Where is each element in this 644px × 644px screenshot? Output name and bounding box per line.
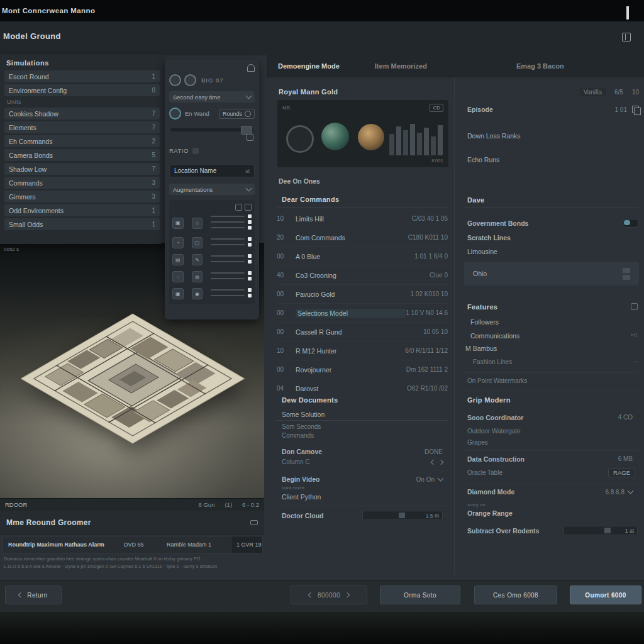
feature-row[interactable]: Communications m1 [470, 332, 638, 340]
rodent-slider[interactable]: 1 at [564, 526, 638, 535]
expand-icon[interactable] [631, 303, 638, 310]
command-row[interactable]: 20 Com Commands C180 K011 10 [277, 228, 448, 247]
location-input[interactable]: Location Name st [169, 164, 255, 177]
augmentation-item[interactable]: ▤✎ [172, 254, 252, 265]
chevron-left-icon[interactable] [308, 592, 313, 597]
doc-row[interactable]: Column C [277, 457, 448, 470]
rounds-button[interactable]: Rounds [219, 109, 255, 119]
material-thumb-brown[interactable] [358, 124, 384, 150]
command-row[interactable]: 40 Co3 Crooning Clue 0 [277, 266, 448, 285]
copy-icon[interactable] [632, 106, 639, 113]
window-maximize-icon[interactable] [626, 8, 638, 14]
slider-handle[interactable] [399, 513, 405, 518]
tab-emag[interactable]: Emag 3 Bacon [516, 62, 564, 70]
setting-row[interactable]: Diamond Mode 6.8.6.8 [467, 488, 633, 496]
command-row[interactable]: 10 Limits Hill C/03 40 1 05 [277, 209, 448, 228]
checkbox-icon[interactable] [248, 271, 252, 275]
viewport-title-row[interactable]: Mme Reound Groomer [0, 511, 264, 535]
ohio-card[interactable]: Ohio [464, 262, 639, 286]
checkbox-icon[interactable] [248, 243, 252, 247]
setting-row[interactable]: Oracle Table RAGE [467, 468, 635, 477]
chevron-right-icon[interactable] [438, 459, 443, 464]
setting-row[interactable]: Subtract Over Rodents 1 at [467, 526, 638, 535]
chevron-left-icon[interactable] [431, 459, 436, 464]
augmentation-item[interactable]: ▣⌂ [172, 214, 252, 231]
avatar-row[interactable]: BIG 07 [169, 74, 255, 86]
checkbox-icon[interactable] [248, 294, 252, 297]
menu-icon[interactable] [250, 520, 258, 525]
setting-row[interactable]: Orange Range [467, 509, 513, 517]
material-thumb-teal[interactable] [321, 123, 349, 150]
refresh-icon[interactable] [169, 108, 181, 119]
feature-row[interactable]: Followers [470, 318, 499, 326]
list-item[interactable]: Eh Commands 2 [4, 135, 160, 147]
user-icon[interactable] [247, 64, 255, 72]
checkbox-icon[interactable] [248, 214, 252, 218]
window-minimize-icon[interactable] [606, 8, 618, 14]
ratio-swatch[interactable] [192, 148, 199, 154]
checkbox-icon[interactable] [248, 260, 252, 264]
button-icon[interactable] [623, 268, 630, 273]
command-row[interactable]: 00 Cassell R Gund 10 05 10 [277, 323, 448, 341]
link-row[interactable]: Down Loss Ranks [467, 132, 521, 140]
doc-row[interactable]: Som Seconds [277, 421, 448, 431]
list-item[interactable]: Gimmers 3 [4, 191, 160, 203]
viewport-info-row[interactable]: Roundtrip Maximum Rathaus Alarm DVD 65 R… [3, 536, 263, 553]
panel-toggle-icon[interactable] [622, 33, 631, 42]
command-row-selected[interactable]: 00 Selections Model 1 10 V N0 14.6 [277, 304, 448, 323]
doc-row[interactable]: Doctor Cloud 1.5 m [277, 506, 448, 521]
primary-button[interactable]: Oumort 6000 [570, 586, 641, 604]
list-item[interactable]: Odd Environments 1 [4, 204, 160, 216]
link-row[interactable]: Echo Runs [467, 156, 499, 164]
list-item[interactable]: Environment Config 0 [4, 84, 160, 96]
material-thumb-empty[interactable] [286, 125, 314, 153]
checkbox-icon[interactable] [248, 254, 252, 258]
augmentation-item[interactable]: ◔▢ [172, 237, 252, 248]
return-button[interactable]: Return [5, 586, 62, 604]
circle-icon-b[interactable] [184, 74, 196, 86]
feature-row[interactable]: M Bambus [465, 345, 497, 352]
watermark-row[interactable]: On Point Watermarks [467, 377, 527, 384]
doc-row[interactable]: Begin Video On On [277, 470, 448, 484]
setting-value-box[interactable]: RAGE [608, 468, 635, 477]
chevron-right-icon[interactable] [345, 592, 350, 597]
counter-stepper[interactable]: 800000 [291, 586, 367, 604]
slider-handle[interactable] [604, 528, 611, 533]
list-item[interactable]: Camera Bonds 5 [4, 149, 160, 161]
lock-icon[interactable] [247, 134, 253, 141]
setting-row[interactable]: Government Bonds [467, 219, 639, 228]
doc-row[interactable]: Commands [277, 431, 448, 443]
setting-row[interactable]: Outdoor Watergate [467, 428, 521, 435]
setting-row[interactable]: Scratch Lines [467, 234, 511, 242]
setting-row[interactable]: Grapes [467, 439, 488, 446]
doc-row[interactable]: Don Camove DONE [277, 443, 448, 457]
setting-row[interactable]: Data Construction 6 MB [467, 455, 633, 463]
feature-row[interactable]: Fashion Lines — [473, 358, 638, 365]
settings-icon[interactable] [245, 204, 252, 211]
setting-row[interactable]: Limousine [467, 248, 497, 255]
command-row[interactable]: 00 A 0 Blue 1 01 1 6/4 0 [277, 247, 448, 266]
tab-demoengine[interactable]: Demoengine Mode [278, 62, 340, 70]
filter-icon[interactable] [235, 204, 242, 211]
command-row[interactable]: 10 R M12 Hunter 6/0 R/1/11 1/12 [277, 341, 448, 360]
list-item[interactable]: Escort Round 1 [4, 70, 160, 82]
checkbox-icon[interactable] [248, 226, 252, 230]
augmentation-dropdown[interactable]: Augmentations [169, 184, 255, 195]
tab-memorized[interactable]: Item Memorized [375, 62, 427, 70]
augmentation-item[interactable]: ▣◉ [172, 288, 252, 299]
checkbox-icon[interactable] [248, 288, 252, 292]
list-item[interactable]: Elements 7 [4, 121, 160, 133]
doc-row[interactable]: Some Solution [277, 409, 448, 421]
tertiary-button[interactable]: Ces Omo 6008 [474, 586, 557, 604]
button-icon[interactable] [623, 275, 630, 280]
setting-row[interactable]: Sooo Coordinator 4 CO [467, 414, 633, 421]
episode-row[interactable]: Episode 1 01 [467, 106, 639, 113]
value-slider[interactable] [170, 128, 253, 131]
checkbox-icon[interactable] [248, 277, 252, 280]
meta-chip[interactable]: Vanilla [580, 88, 606, 96]
slider-handle[interactable] [241, 126, 252, 135]
list-item[interactable]: Shadow Low 7 [4, 163, 160, 175]
list-item[interactable]: Commands 3 [4, 177, 160, 189]
augmentation-item[interactable]: ◌◍ [172, 271, 252, 282]
cloud-slider[interactable]: 1.5 m [362, 511, 443, 520]
